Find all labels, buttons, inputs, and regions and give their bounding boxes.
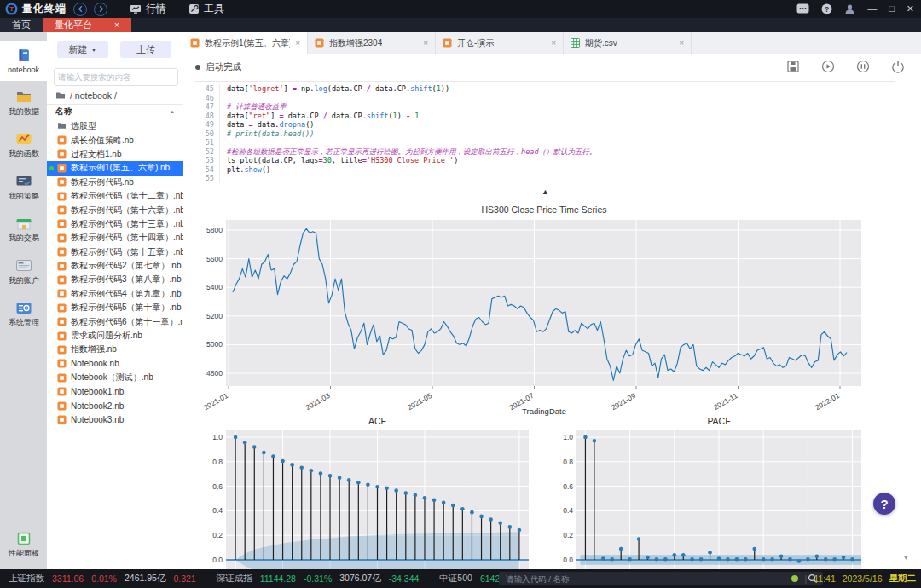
file-name: 选股型 [71,120,96,132]
line-number: 50 [194,130,220,139]
new-button[interactable]: 新建 ▼ [57,41,108,58]
file-list-item[interactable]: 教程示例代码（第十三章）.nb [47,217,183,231]
file-list-item[interactable]: 过程文档1.nb [47,147,183,161]
file-list-item[interactable]: 教程示例代码5（第十章）.nb [47,301,183,314]
file-list-item[interactable]: 选股型 [47,119,183,133]
file-name: Notebook1.nb [71,387,124,396]
file-name: 教程示例代码（第十四章）.nb [71,232,183,244]
file-list-item[interactable]: 教程示例代码6（第十一章）.nb [47,314,183,328]
menu-tools[interactable]: 工具 [188,2,224,16]
statusbar-search-input[interactable] [504,574,808,585]
code-line[interactable]: 54plt.show() [194,165,895,175]
code-line[interactable]: 46 [194,94,895,103]
tab-close-icon[interactable]: × [551,38,556,48]
code-line[interactable]: 49data = data.dropna() [194,120,895,130]
menu-market[interactable]: 行情 [130,2,166,16]
code-line[interactable]: 51 [194,138,895,147]
minimize-button[interactable]: — [867,0,877,18]
breadcrumb[interactable]: / notebook / [55,90,117,101]
message-icon[interactable] [796,3,809,14]
file-list-item[interactable]: Notebook.nb [47,357,183,371]
forward-icon[interactable] [94,3,107,16]
file-list-item[interactable]: 教程示例代码4（第九章）.nb [47,287,183,301]
close-button[interactable]: ✕ [907,0,914,18]
file-name: 教程示例代码2（第七章）.nb [71,260,181,272]
file-list-item[interactable]: 成长价值策略.nb [47,133,183,147]
back-icon[interactable] [73,3,87,16]
market-icon [130,3,142,14]
logo-icon: T [5,3,18,15]
file-list-item[interactable]: 教程示例代码（第十六章）.nb [47,203,183,216]
code-cell[interactable]: 45data['logret'] = np.log(data.CP / data… [194,81,895,183]
code-line[interactable]: 52#检验各组数据是否正常显示，若正常显示再进行绘图。为起到方便作用，设定取出前… [194,147,895,157]
code-text: # 计算普通收益率 [227,102,287,112]
maximize-button[interactable]: □ [889,0,895,18]
file-name: 指数增强.nb [71,343,117,355]
file-list-item[interactable]: 教程示例1(第五、六章).nb [47,161,183,175]
editor-tab-1[interactable]: 指数增强2304× [308,32,436,54]
sidebar-item-performance[interactable]: 性能面板 [0,525,47,565]
file-list-item[interactable]: Notebook（测试）.nb [47,371,183,384]
sidebar-item-5[interactable]: 我的账户 [0,252,47,292]
sidebar-item-4[interactable]: 我的交易 [0,210,47,250]
sort-caret-icon[interactable]: ▲ [170,109,175,114]
tab-close-icon[interactable]: × [423,38,428,48]
file-list-header[interactable]: 名称 ▲ [47,104,183,118]
file-name: 教程示例代码6（第十一章）.nb [71,316,183,328]
modified-dot [49,166,54,170]
nb-file-icon [57,205,67,215]
scroll-down-icon[interactable]: ▾ [904,553,908,562]
help-floating-button[interactable]: ? [873,493,895,515]
tab-close-icon[interactable]: × [679,38,684,48]
market-index[interactable]: 深证成指11144.28-0.31%3076.07亿-34.344 [217,573,420,585]
sidebar-item-2[interactable]: 我的函数 [0,125,47,165]
file-search-input[interactable] [55,72,174,82]
file-list-item[interactable]: 指数增强.nb [47,343,183,356]
file-list-item[interactable]: 教程示例代码（第十二章）.nb [47,189,183,203]
power-icon[interactable] [891,60,905,73]
editor-tab-2[interactable]: 开仓-演示× [436,32,564,54]
editor-tab-label: 指数增强2304 [329,37,382,49]
sidebar-item-3[interactable]: 我的策略 [0,168,47,208]
code-line[interactable]: 48data["ret"] = data.CP / data.CP.shift(… [194,112,895,121]
tab-home[interactable]: 首页 [0,18,43,32]
code-line[interactable]: 45data['logret'] = np.log(data.CP / data… [194,84,895,94]
file-list-item[interactable]: Notebook1.nb [47,384,183,398]
file-list-item[interactable]: 教程示例代码.nb [47,176,183,189]
file-list-item[interactable]: Notebook3.nb [47,412,183,426]
code-line[interactable]: 55 [194,174,895,183]
file-list-item[interactable]: 教程示例代码2（第七章）.nb [47,259,183,273]
line-number: 48 [194,112,220,121]
editor-tab-0[interactable]: 教程示例1(第五、六章).nb× [183,32,308,55]
file-list-item[interactable]: 教程示例代码（第十五章）.nb [47,245,183,259]
nb-file-icon [315,38,324,48]
file-list-item[interactable]: 教程示例代码（第十四章）.nb [47,231,183,245]
code-line[interactable]: 53ts_plot(data.CP, lags=30, title='HS300… [194,156,895,165]
code-line[interactable]: 47# 计算普通收益率 [194,102,895,112]
user-icon[interactable] [844,3,855,14]
sidebar-item-6[interactable]: 系统管理 [0,294,47,334]
pause-icon[interactable] [856,60,870,73]
file-name: 成长价值策略.nb [71,135,134,147]
code-text: plt.show() [227,165,270,175]
editor-tab-3[interactable]: 期货.csv× [564,32,692,54]
market-index[interactable]: 上证指数3311.060.01%2461.95亿0.321 [9,573,196,585]
save-icon[interactable] [786,60,800,73]
tab-quant-platform-label: 量化平台 [55,19,92,32]
tab-close-icon[interactable]: × [295,38,300,48]
file-list-item[interactable]: 教程示例代码3（第八章）.nb [47,273,183,286]
file-list-item[interactable]: 需求或问题分析.nb [47,329,183,343]
code-line[interactable]: 50# print(data.head()) [194,130,895,139]
file-list-item[interactable]: Notebook2.nb [47,399,183,412]
tab-quant-platform[interactable]: 量化平台 × [43,18,131,32]
tab-close-icon[interactable]: × [114,20,119,30]
sidebar-item-notebook[interactable]: notebook [0,41,49,81]
scrollbar-track[interactable] [901,79,901,569]
menu-tools-label: 工具 [204,2,224,16]
upload-button[interactable]: 上传 [120,41,171,58]
my-trades-icon [15,216,32,231]
sidebar-item-1[interactable]: 我的数据 [0,84,47,124]
run-icon[interactable] [821,60,835,73]
help-icon[interactable]: ? [821,3,832,14]
collapse-output-icon[interactable]: ▲ [542,187,549,196]
